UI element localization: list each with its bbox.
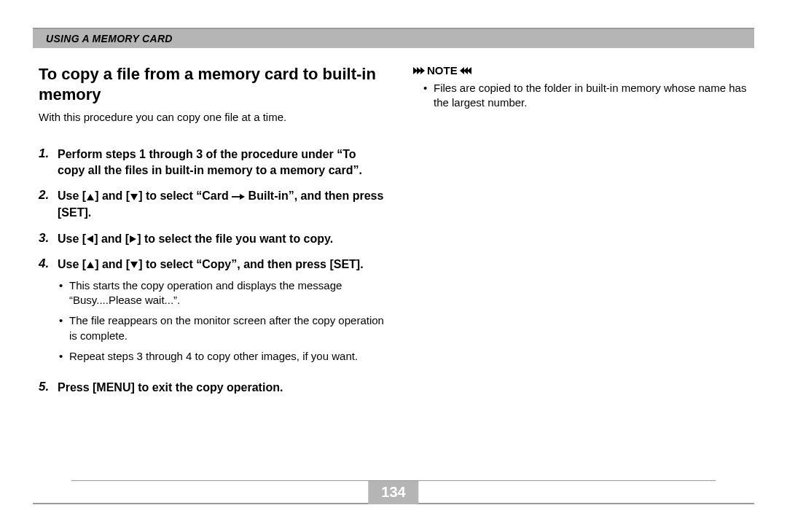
bullet-icon: •	[59, 278, 69, 308]
right-column: NOTE • Files are copied to the folder in…	[413, 64, 748, 406]
right-arrow-icon	[232, 189, 245, 205]
step-text: Use [] and [] to select “Card Built-in”,…	[58, 188, 384, 220]
step-4-sub-list: • This starts the copy operation and dis…	[58, 278, 384, 364]
step-4: 4. Use [] and [] to select “Copy”, and t…	[39, 257, 384, 369]
sub-bullet: • This starts the copy operation and dis…	[59, 278, 384, 308]
step-body: Perform steps 1 through 3 of the procedu…	[58, 146, 384, 178]
note-header: NOTE	[413, 64, 748, 77]
sub-bullet: • The file reappears on the monitor scre…	[59, 313, 384, 343]
step-text: Perform steps 1 through 3 of the procedu…	[58, 146, 384, 178]
section-title: To copy a file from a memory card to bui…	[39, 64, 384, 104]
right-arrow-icon	[130, 235, 136, 243]
header-bar: USING A MEMORY CARD	[33, 29, 754, 48]
step-number: 4.	[39, 257, 58, 369]
step-2: 2. Use [] and [] to select “Card Built-i…	[39, 188, 384, 220]
step-text: Use [] and [] to select the file you wan…	[58, 231, 384, 247]
step-5: 5. Press [MENU] to exit the copy operati…	[39, 380, 384, 396]
content-area: To copy a file from a memory card to bui…	[33, 48, 754, 406]
page-frame: USING A MEMORY CARD To copy a file from …	[33, 28, 754, 504]
note-arrows-right-icon	[413, 67, 424, 74]
step-body: Use [] and [] to select the file you wan…	[58, 231, 384, 247]
bullet-icon: •	[59, 313, 69, 343]
note-arrows-left-icon	[461, 67, 471, 74]
note-label: NOTE	[427, 64, 458, 77]
down-arrow-icon	[130, 194, 138, 200]
left-column: To copy a file from a memory card to bui…	[39, 64, 384, 406]
sub-bullet: • Repeat steps 3 through 4 to copy other…	[59, 349, 384, 364]
step-text: Use [] and [] to select “Copy”, and then…	[58, 257, 384, 273]
left-arrow-icon	[87, 235, 93, 243]
steps-list: 1. Perform steps 1 through 3 of the proc…	[39, 146, 384, 395]
bullet-icon: •	[59, 349, 69, 364]
step-body: Use [] and [] to select “Copy”, and then…	[58, 257, 384, 369]
step-body: Press [MENU] to exit the copy operation.	[58, 380, 384, 396]
intro-text: With this procedure you can copy one fil…	[39, 110, 384, 125]
page-number: 134	[368, 481, 418, 504]
note-bullet: • Files are copied to the folder in buil…	[423, 81, 748, 111]
step-number: 3.	[39, 231, 58, 247]
bullet-icon: •	[423, 81, 434, 111]
up-arrow-icon	[87, 262, 94, 268]
header-title: USING A MEMORY CARD	[46, 33, 173, 44]
note-bullet-list: • Files are copied to the folder in buil…	[413, 81, 748, 111]
page-number-wrap: 134	[368, 481, 418, 504]
step-text: Press [MENU] to exit the copy operation.	[58, 380, 384, 396]
step-1: 1. Perform steps 1 through 3 of the proc…	[39, 146, 384, 178]
step-number: 1.	[39, 146, 58, 178]
up-arrow-icon	[87, 194, 94, 200]
down-arrow-icon	[130, 262, 138, 268]
step-number: 2.	[39, 188, 58, 220]
step-number: 5.	[39, 380, 58, 396]
step-3: 3. Use [] and [] to select the file you …	[39, 231, 384, 247]
step-body: Use [] and [] to select “Card Built-in”,…	[58, 188, 384, 220]
